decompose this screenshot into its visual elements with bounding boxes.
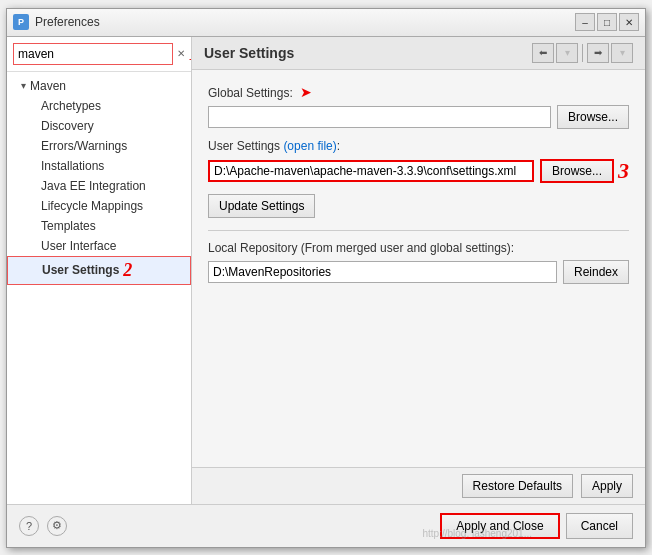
annotation-3: 3 — [618, 158, 629, 184]
title-controls: – □ ✕ — [575, 13, 639, 31]
nav-back-button[interactable]: ⬅ — [532, 43, 554, 63]
apply-button[interactable]: Apply — [581, 474, 633, 498]
global-settings-label: Global Settings: ➤ — [208, 84, 629, 100]
update-settings-area: Update Settings — [208, 194, 629, 218]
annotation-2: 2 — [123, 260, 132, 281]
main-panel: User Settings ⬅ ▾ ➡ ▾ Global Settings: ➤ — [192, 37, 645, 504]
sidebar-item-javaee-label: Java EE Integration — [41, 179, 146, 193]
tree-parent-label: Maven — [30, 79, 66, 93]
open-file-link[interactable]: (open file) — [283, 139, 336, 153]
panel-header: User Settings ⬅ ▾ ➡ ▾ — [192, 37, 645, 70]
help-icon[interactable]: ? — [19, 516, 39, 536]
close-button[interactable]: ✕ — [619, 13, 639, 31]
local-repo-input[interactable] — [208, 261, 557, 283]
browse-with-annotation: Browse... 3 — [540, 158, 629, 184]
window-title: Preferences — [35, 15, 100, 29]
tree-area: ▾ Maven Archetypes Discovery Errors/Warn… — [7, 72, 191, 504]
repo-section: Local Repository (From merged user and g… — [208, 241, 629, 284]
global-settings-browse-button[interactable]: Browse... — [557, 105, 629, 129]
user-settings-row: Browse... 3 — [208, 158, 629, 184]
sidebar-item-lifecycle-label: Lifecycle Mappings — [41, 199, 143, 213]
sidebar-item-javaee[interactable]: Java EE Integration — [7, 176, 191, 196]
cancel-button[interactable]: Cancel — [566, 513, 633, 539]
sidebar-item-archetypes[interactable]: Archetypes — [7, 96, 191, 116]
sidebar-item-installations-label: Installations — [41, 159, 104, 173]
global-settings-arrow: ➤ — [300, 84, 312, 100]
reindex-button[interactable]: Reindex — [563, 260, 629, 284]
sidebar: ✕ 1 ▾ Maven Archetypes Discovery Errors/… — [7, 37, 192, 504]
update-settings-button[interactable]: Update Settings — [208, 194, 315, 218]
search-area: ✕ 1 — [7, 37, 191, 72]
search-clear-icon[interactable]: ✕ — [177, 46, 185, 62]
nav-forward-button[interactable]: ➡ — [587, 43, 609, 63]
sidebar-item-userinterface-label: User Interface — [41, 239, 116, 253]
sidebar-item-errors-label: Errors/Warnings — [41, 139, 127, 153]
expand-arrow: ▾ — [21, 80, 26, 91]
nav-arrows: ⬅ ▾ ➡ ▾ — [532, 43, 633, 63]
tree-parent-maven[interactable]: ▾ Maven — [7, 76, 191, 96]
footer-bar: ? ⚙ http://blog. lasheng201... Apply and… — [7, 504, 645, 547]
user-settings-input[interactable] — [208, 160, 534, 182]
maximize-button[interactable]: □ — [597, 13, 617, 31]
main-content: ✕ 1 ▾ Maven Archetypes Discovery Errors/… — [7, 37, 645, 504]
restore-defaults-button[interactable]: Restore Defaults — [462, 474, 573, 498]
global-settings-input[interactable] — [208, 106, 551, 128]
watermark: http://blog. lasheng201... — [422, 528, 532, 539]
divider — [208, 230, 629, 231]
minimize-button[interactable]: – — [575, 13, 595, 31]
nav-separator — [582, 44, 583, 62]
sidebar-item-archetypes-label: Archetypes — [41, 99, 101, 113]
preferences-window: P Preferences – □ ✕ ✕ 1 ▾ Maven — [6, 8, 646, 548]
bottom-bar: Restore Defaults Apply — [192, 467, 645, 504]
sidebar-item-userinterface[interactable]: User Interface — [7, 236, 191, 256]
preferences-icon[interactable]: ⚙ — [47, 516, 67, 536]
sidebar-item-usersettings-label: User Settings — [42, 263, 119, 277]
nav-forward-dropdown-button[interactable]: ▾ — [611, 43, 633, 63]
sidebar-item-discovery-label: Discovery — [41, 119, 94, 133]
sidebar-item-installations[interactable]: Installations — [7, 156, 191, 176]
local-repo-row: Reindex — [208, 260, 629, 284]
panel-title: User Settings — [204, 45, 294, 61]
global-settings-row: Browse... — [208, 105, 629, 129]
sidebar-item-usersettings[interactable]: User Settings 2 — [7, 256, 191, 285]
local-repo-label: Local Repository (From merged user and g… — [208, 241, 629, 255]
search-input[interactable] — [13, 43, 173, 65]
window-icon: P — [13, 14, 29, 30]
title-bar: P Preferences – □ ✕ — [7, 9, 645, 37]
user-settings-label: User Settings (open file): — [208, 139, 629, 153]
footer-icons: ? ⚙ — [19, 516, 67, 536]
title-bar-left: P Preferences — [13, 14, 100, 30]
sidebar-item-errors[interactable]: Errors/Warnings — [7, 136, 191, 156]
sidebar-item-discovery[interactable]: Discovery — [7, 116, 191, 136]
panel-content: Global Settings: ➤ Browse... User Settin… — [192, 70, 645, 467]
sidebar-item-templates-label: Templates — [41, 219, 96, 233]
sidebar-item-templates[interactable]: Templates — [7, 216, 191, 236]
user-settings-browse-button[interactable]: Browse... — [540, 159, 614, 183]
sidebar-item-lifecycle[interactable]: Lifecycle Mappings — [7, 196, 191, 216]
nav-dropdown-button[interactable]: ▾ — [556, 43, 578, 63]
